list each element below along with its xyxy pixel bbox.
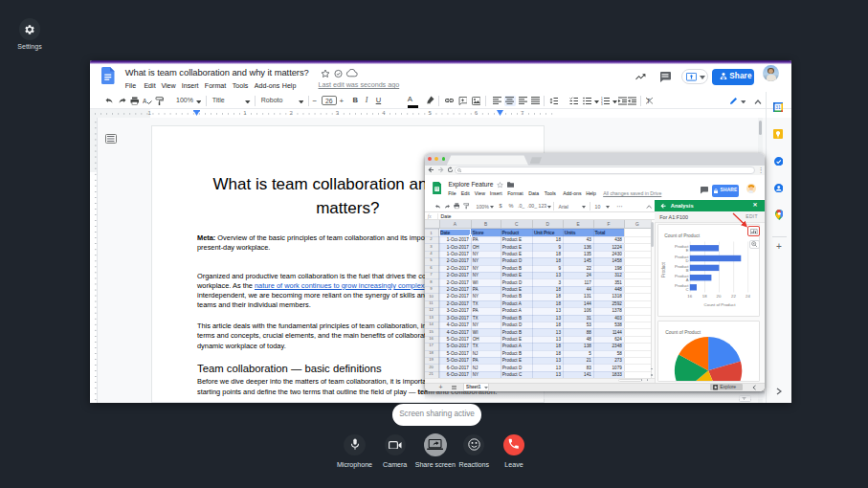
svg-text:20: 20 [716, 294, 721, 299]
svg-text:E: E [685, 248, 688, 253]
svg-text:31: 31 [776, 104, 782, 110]
svg-text:Count of Product: Count of Product [703, 302, 736, 307]
svg-text:16: 16 [687, 294, 692, 299]
svg-text:C: C [685, 287, 688, 292]
svg-text:B: B [685, 268, 688, 273]
svg-text:22: 22 [731, 294, 736, 299]
svg-text:A: A [143, 97, 147, 103]
svg-text:A: A [685, 277, 688, 282]
svg-text:24: 24 [746, 294, 750, 299]
svg-text:3: 3 [601, 102, 603, 105]
svg-text:18: 18 [702, 294, 707, 299]
svg-text:D: D [685, 258, 688, 263]
svg-text:Product: Product [661, 262, 666, 278]
